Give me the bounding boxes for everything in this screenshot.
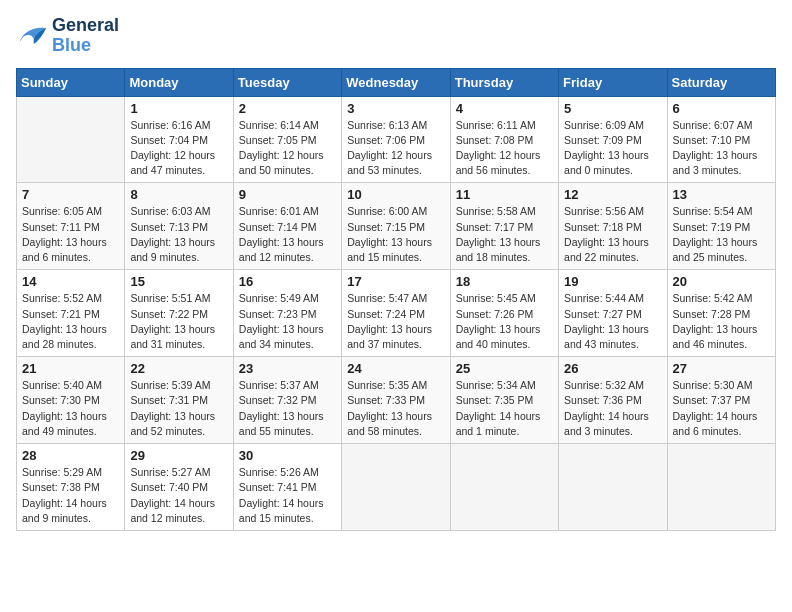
calendar-cell: 11Sunrise: 5:58 AMSunset: 7:17 PMDayligh… xyxy=(450,183,558,270)
day-number: 27 xyxy=(673,361,770,376)
day-number: 14 xyxy=(22,274,119,289)
day-info: Sunrise: 6:14 AMSunset: 7:05 PMDaylight:… xyxy=(239,118,336,179)
day-number: 25 xyxy=(456,361,553,376)
calendar-cell xyxy=(342,444,450,531)
weekday-header: Wednesday xyxy=(342,68,450,96)
day-info: Sunrise: 6:05 AMSunset: 7:11 PMDaylight:… xyxy=(22,204,119,265)
day-number: 13 xyxy=(673,187,770,202)
calendar-cell xyxy=(450,444,558,531)
calendar-cell: 29Sunrise: 5:27 AMSunset: 7:40 PMDayligh… xyxy=(125,444,233,531)
calendar-cell: 4Sunrise: 6:11 AMSunset: 7:08 PMDaylight… xyxy=(450,96,558,183)
calendar-week-row: 14Sunrise: 5:52 AMSunset: 7:21 PMDayligh… xyxy=(17,270,776,357)
logo-text: GeneralBlue xyxy=(52,16,119,56)
day-number: 10 xyxy=(347,187,444,202)
calendar-cell: 3Sunrise: 6:13 AMSunset: 7:06 PMDaylight… xyxy=(342,96,450,183)
day-number: 17 xyxy=(347,274,444,289)
calendar-week-row: 7Sunrise: 6:05 AMSunset: 7:11 PMDaylight… xyxy=(17,183,776,270)
day-number: 15 xyxy=(130,274,227,289)
calendar-cell: 2Sunrise: 6:14 AMSunset: 7:05 PMDaylight… xyxy=(233,96,341,183)
day-info: Sunrise: 6:07 AMSunset: 7:10 PMDaylight:… xyxy=(673,118,770,179)
weekday-header: Friday xyxy=(559,68,667,96)
day-number: 8 xyxy=(130,187,227,202)
calendar-cell: 16Sunrise: 5:49 AMSunset: 7:23 PMDayligh… xyxy=(233,270,341,357)
day-info: Sunrise: 5:44 AMSunset: 7:27 PMDaylight:… xyxy=(564,291,661,352)
day-info: Sunrise: 6:00 AMSunset: 7:15 PMDaylight:… xyxy=(347,204,444,265)
day-info: Sunrise: 5:32 AMSunset: 7:36 PMDaylight:… xyxy=(564,378,661,439)
calendar-cell: 12Sunrise: 5:56 AMSunset: 7:18 PMDayligh… xyxy=(559,183,667,270)
day-number: 9 xyxy=(239,187,336,202)
day-info: Sunrise: 5:49 AMSunset: 7:23 PMDaylight:… xyxy=(239,291,336,352)
calendar-table: SundayMondayTuesdayWednesdayThursdayFrid… xyxy=(16,68,776,531)
day-number: 29 xyxy=(130,448,227,463)
day-number: 6 xyxy=(673,101,770,116)
calendar-cell: 1Sunrise: 6:16 AMSunset: 7:04 PMDaylight… xyxy=(125,96,233,183)
calendar-cell xyxy=(667,444,775,531)
weekday-header: Tuesday xyxy=(233,68,341,96)
weekday-header: Monday xyxy=(125,68,233,96)
calendar-week-row: 28Sunrise: 5:29 AMSunset: 7:38 PMDayligh… xyxy=(17,444,776,531)
day-number: 5 xyxy=(564,101,661,116)
calendar-cell xyxy=(559,444,667,531)
calendar-cell: 24Sunrise: 5:35 AMSunset: 7:33 PMDayligh… xyxy=(342,357,450,444)
day-info: Sunrise: 5:47 AMSunset: 7:24 PMDaylight:… xyxy=(347,291,444,352)
calendar-cell: 19Sunrise: 5:44 AMSunset: 7:27 PMDayligh… xyxy=(559,270,667,357)
calendar-cell: 8Sunrise: 6:03 AMSunset: 7:13 PMDaylight… xyxy=(125,183,233,270)
day-info: Sunrise: 5:52 AMSunset: 7:21 PMDaylight:… xyxy=(22,291,119,352)
day-number: 3 xyxy=(347,101,444,116)
day-number: 7 xyxy=(22,187,119,202)
day-number: 12 xyxy=(564,187,661,202)
calendar-cell xyxy=(17,96,125,183)
day-info: Sunrise: 5:35 AMSunset: 7:33 PMDaylight:… xyxy=(347,378,444,439)
calendar-cell: 23Sunrise: 5:37 AMSunset: 7:32 PMDayligh… xyxy=(233,357,341,444)
calendar-cell: 30Sunrise: 5:26 AMSunset: 7:41 PMDayligh… xyxy=(233,444,341,531)
day-info: Sunrise: 5:27 AMSunset: 7:40 PMDaylight:… xyxy=(130,465,227,526)
day-info: Sunrise: 6:03 AMSunset: 7:13 PMDaylight:… xyxy=(130,204,227,265)
calendar-cell: 22Sunrise: 5:39 AMSunset: 7:31 PMDayligh… xyxy=(125,357,233,444)
day-number: 28 xyxy=(22,448,119,463)
calendar-cell: 26Sunrise: 5:32 AMSunset: 7:36 PMDayligh… xyxy=(559,357,667,444)
logo: GeneralBlue xyxy=(16,16,119,56)
day-info: Sunrise: 5:58 AMSunset: 7:17 PMDaylight:… xyxy=(456,204,553,265)
day-info: Sunrise: 5:26 AMSunset: 7:41 PMDaylight:… xyxy=(239,465,336,526)
day-info: Sunrise: 5:30 AMSunset: 7:37 PMDaylight:… xyxy=(673,378,770,439)
calendar-cell: 14Sunrise: 5:52 AMSunset: 7:21 PMDayligh… xyxy=(17,270,125,357)
day-info: Sunrise: 5:34 AMSunset: 7:35 PMDaylight:… xyxy=(456,378,553,439)
calendar-cell: 7Sunrise: 6:05 AMSunset: 7:11 PMDaylight… xyxy=(17,183,125,270)
calendar-week-row: 21Sunrise: 5:40 AMSunset: 7:30 PMDayligh… xyxy=(17,357,776,444)
day-info: Sunrise: 5:40 AMSunset: 7:30 PMDaylight:… xyxy=(22,378,119,439)
calendar-cell: 20Sunrise: 5:42 AMSunset: 7:28 PMDayligh… xyxy=(667,270,775,357)
day-number: 23 xyxy=(239,361,336,376)
day-number: 22 xyxy=(130,361,227,376)
day-info: Sunrise: 5:56 AMSunset: 7:18 PMDaylight:… xyxy=(564,204,661,265)
day-number: 30 xyxy=(239,448,336,463)
day-info: Sunrise: 6:13 AMSunset: 7:06 PMDaylight:… xyxy=(347,118,444,179)
calendar-cell: 15Sunrise: 5:51 AMSunset: 7:22 PMDayligh… xyxy=(125,270,233,357)
day-number: 16 xyxy=(239,274,336,289)
weekday-row: SundayMondayTuesdayWednesdayThursdayFrid… xyxy=(17,68,776,96)
calendar-week-row: 1Sunrise: 6:16 AMSunset: 7:04 PMDaylight… xyxy=(17,96,776,183)
day-info: Sunrise: 6:11 AMSunset: 7:08 PMDaylight:… xyxy=(456,118,553,179)
day-info: Sunrise: 5:37 AMSunset: 7:32 PMDaylight:… xyxy=(239,378,336,439)
day-number: 21 xyxy=(22,361,119,376)
day-number: 4 xyxy=(456,101,553,116)
day-number: 26 xyxy=(564,361,661,376)
calendar-header: SundayMondayTuesdayWednesdayThursdayFrid… xyxy=(17,68,776,96)
day-info: Sunrise: 5:29 AMSunset: 7:38 PMDaylight:… xyxy=(22,465,119,526)
day-number: 1 xyxy=(130,101,227,116)
calendar-cell: 18Sunrise: 5:45 AMSunset: 7:26 PMDayligh… xyxy=(450,270,558,357)
calendar-cell: 5Sunrise: 6:09 AMSunset: 7:09 PMDaylight… xyxy=(559,96,667,183)
day-info: Sunrise: 5:54 AMSunset: 7:19 PMDaylight:… xyxy=(673,204,770,265)
day-info: Sunrise: 6:16 AMSunset: 7:04 PMDaylight:… xyxy=(130,118,227,179)
day-number: 2 xyxy=(239,101,336,116)
calendar-cell: 27Sunrise: 5:30 AMSunset: 7:37 PMDayligh… xyxy=(667,357,775,444)
calendar-cell: 17Sunrise: 5:47 AMSunset: 7:24 PMDayligh… xyxy=(342,270,450,357)
day-number: 18 xyxy=(456,274,553,289)
calendar-cell: 9Sunrise: 6:01 AMSunset: 7:14 PMDaylight… xyxy=(233,183,341,270)
weekday-header: Sunday xyxy=(17,68,125,96)
calendar-body: 1Sunrise: 6:16 AMSunset: 7:04 PMDaylight… xyxy=(17,96,776,530)
day-info: Sunrise: 5:39 AMSunset: 7:31 PMDaylight:… xyxy=(130,378,227,439)
weekday-header: Thursday xyxy=(450,68,558,96)
weekday-header: Saturday xyxy=(667,68,775,96)
page-header: GeneralBlue xyxy=(16,16,776,56)
calendar-cell: 10Sunrise: 6:00 AMSunset: 7:15 PMDayligh… xyxy=(342,183,450,270)
